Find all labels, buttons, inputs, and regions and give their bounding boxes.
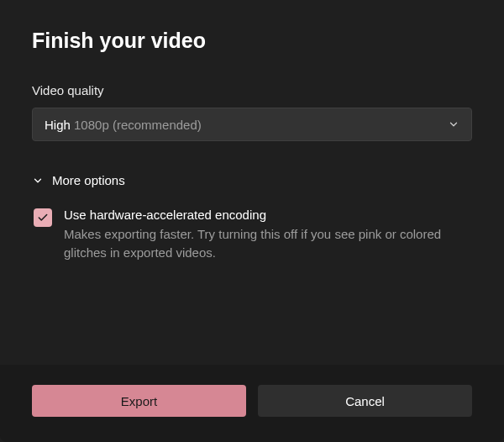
more-options-toggle[interactable]: More options	[32, 173, 472, 187]
dialog-footer: Export Cancel	[0, 365, 504, 442]
chevron-down-icon	[32, 175, 44, 187]
video-quality-value-muted: 1080p (recommended)	[71, 118, 202, 132]
dialog-content: Finish your video Video quality High 108…	[0, 0, 504, 365]
dialog-title: Finish your video	[32, 29, 472, 53]
export-dialog: Finish your video Video quality High 108…	[0, 0, 504, 442]
video-quality-select[interactable]: High 1080p (recommended)	[32, 108, 472, 141]
hardware-encoding-text: Use hardware-accelerated encoding Makes …	[64, 208, 472, 262]
export-button[interactable]: Export	[32, 385, 246, 417]
hardware-encoding-option: Use hardware-accelerated encoding Makes …	[32, 208, 472, 262]
video-quality-value: High 1080p (recommended)	[45, 118, 202, 132]
video-quality-value-strong: High	[45, 118, 71, 132]
chevron-down-icon	[448, 118, 459, 130]
cancel-button[interactable]: Cancel	[258, 385, 472, 417]
hardware-encoding-title: Use hardware-accelerated encoding	[64, 208, 472, 222]
more-options-label: More options	[52, 173, 125, 187]
check-icon	[37, 212, 49, 224]
hardware-encoding-description: Makes exporting faster. Try turning this…	[64, 225, 472, 262]
video-quality-label: Video quality	[32, 83, 472, 97]
hardware-encoding-checkbox[interactable]	[34, 208, 52, 227]
